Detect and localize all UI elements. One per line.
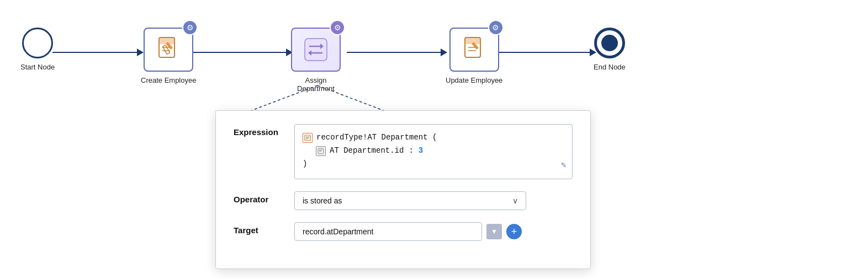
target-row: Target ▼ + (234, 222, 573, 241)
target-dropdown-icon[interactable]: ▼ (486, 224, 502, 239)
expression-box: recordType!AT Department ( AT Department… (294, 124, 573, 179)
start-node: Start Node (20, 28, 55, 71)
target-label: Target (234, 222, 294, 235)
start-node-circle (22, 28, 53, 58)
expression-label: Expression (234, 124, 294, 137)
expression-line-2: AT Department.id : 3 (303, 144, 564, 158)
target-add-button[interactable]: + (506, 224, 522, 239)
update-employee-box[interactable]: ⚙ (449, 28, 499, 72)
operator-select[interactable]: is stored as ∨ (294, 191, 526, 210)
update-employee-doc-icon (463, 36, 486, 63)
create-employee-node[interactable]: ⚙ Create Employee (141, 28, 196, 84)
assign-department-box[interactable]: ⚙ (291, 28, 341, 72)
update-employee-label: Update Employee (446, 76, 502, 84)
operator-label: Operator (234, 191, 294, 204)
end-node: End Node (594, 28, 626, 71)
assign-department-node[interactable]: ⚙ Assign Department (291, 28, 341, 93)
popup-panel: Expression recordType!AT Department ( (215, 110, 591, 269)
end-node-label: End Node (594, 63, 626, 71)
svg-rect-16 (305, 39, 327, 61)
end-node-circle (594, 28, 625, 58)
create-employee-box[interactable]: ⚙ (144, 28, 193, 72)
target-input-group: ▼ + (294, 222, 522, 241)
assign-department-label: Assign Department (297, 76, 335, 93)
start-node-label: Start Node (20, 63, 55, 71)
expression-value: 3 (419, 144, 423, 158)
operator-value: is stored as (303, 196, 342, 205)
create-employee-doc-icon (157, 36, 180, 63)
update-employee-node[interactable]: ⚙ Update Employee (446, 28, 502, 84)
expression-line-1: recordType!AT Department ( (303, 131, 564, 144)
expr-field-icon (316, 146, 326, 156)
create-employee-label: Create Employee (141, 76, 196, 84)
operator-chevron-icon: ∨ (512, 196, 518, 205)
expression-row: Expression recordType!AT Department ( (234, 124, 573, 179)
expression-line-3: ) (303, 158, 564, 171)
assign-department-gear-icon: ⚙ (330, 20, 345, 35)
edit-expression-icon[interactable]: ✎ (561, 158, 567, 173)
expression-separator: : (409, 144, 413, 158)
expression-text-1: recordType!AT Department ( (316, 131, 437, 144)
update-employee-gear-icon: ⚙ (488, 20, 504, 35)
expression-close-paren: ) (303, 158, 307, 171)
create-employee-gear-icon: ⚙ (182, 20, 198, 35)
expr-doc-icon (303, 133, 313, 143)
expression-text-2: AT Department.id (330, 144, 404, 158)
connector-svg (0, 0, 868, 110)
target-input[interactable] (294, 222, 482, 241)
operator-row: Operator is stored as ∨ (234, 191, 573, 210)
flow-canvas: Start Node ⚙ Create Employee (0, 0, 868, 110)
assign-department-icon (304, 37, 328, 62)
